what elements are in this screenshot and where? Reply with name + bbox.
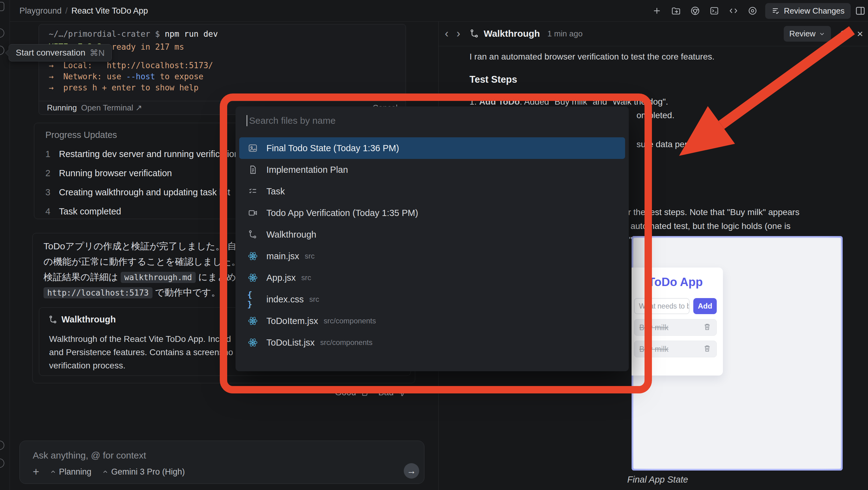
terminal-output-card: ~/…/primordial-crater $ npm run dev VITE… <box>39 24 406 115</box>
todo-app-page: ToDo App What needs to be done? Add Buy … <box>633 238 841 469</box>
file-search-result-row[interactable]: Walkthrough <box>239 224 625 245</box>
progress-item-number: 3 <box>45 187 52 197</box>
progress-item[interactable]: 1Restarting dev server and running verif… <box>45 149 239 159</box>
chevron-up-icon <box>102 468 108 475</box>
top-bar: Playground / React Vite ToDo App Review … <box>10 0 868 22</box>
progress-item-number: 2 <box>45 168 52 178</box>
chat-composer[interactable]: Ask anything, @ for context + Planning G… <box>20 440 425 484</box>
braces-icon: { } <box>247 294 258 305</box>
mode-label: Planning <box>59 467 91 477</box>
todo-item-text: Buy milk <box>639 323 668 332</box>
file-search-result-row[interactable]: Todo App Verification (Today 1:35 PM) <box>239 202 625 224</box>
external-link-icon: ↗ <box>135 103 142 112</box>
walkthrough-card-text: Walkthrough of the React Vite ToDo App. … <box>49 334 231 344</box>
review-label: Review <box>789 29 815 39</box>
file-search-result-row[interactable]: { }index.csssrc <box>239 289 625 310</box>
file-search-result-row[interactable]: ToDoList.jsxsrc/components <box>239 332 625 353</box>
browser-icon[interactable] <box>686 4 705 18</box>
trash-icon[interactable] <box>703 322 712 332</box>
progress-item-text: Task completed <box>59 206 121 217</box>
file-search-result-row[interactable]: Final Todo State (Today 1:36 PM) <box>239 137 625 159</box>
todo-app-title: ToDo App <box>634 275 717 289</box>
file-search-input[interactable]: Search files by name <box>247 115 336 126</box>
progress-item[interactable]: 2Running browser verification <box>45 168 172 178</box>
progress-item-text: Running browser verification <box>59 168 172 178</box>
todo-input[interactable]: What needs to be done? <box>634 298 690 314</box>
walkthrough-panel-header: ‹ › Walkthrough 1 min ago Review × <box>439 22 868 46</box>
progress-item[interactable]: 3Creating walkthrough and updating task … <box>45 187 230 197</box>
file-search-result-row[interactable]: main.jsxsrc <box>239 245 625 267</box>
open-terminal-link[interactable]: Open Terminal ↗ <box>81 103 142 112</box>
search-icon[interactable] <box>838 28 850 40</box>
strip-icon[interactable] <box>0 28 4 38</box>
thumbs-up-icon <box>360 388 369 397</box>
todo-add-button[interactable]: Add <box>693 298 717 314</box>
open-folder-icon[interactable] <box>666 4 686 18</box>
file-name: ToDoItem.jsx <box>267 316 318 326</box>
new-conversation-icon[interactable] <box>647 4 666 18</box>
model-label: Gemini 3 Pro (High) <box>111 467 185 477</box>
react-icon <box>247 315 258 326</box>
file-name: Todo App Verification (Today 1:35 PM) <box>267 208 418 218</box>
terminal-icon[interactable] <box>705 4 724 18</box>
review-dropdown[interactable]: Review <box>784 26 831 42</box>
breadcrumb: Playground / React Vite ToDo App <box>20 6 148 16</box>
file-search-result-row[interactable]: Task <box>239 181 625 202</box>
mode-selector[interactable]: Planning <box>50 467 91 477</box>
bad-label: Bad <box>378 388 394 397</box>
chevron-up-icon <box>50 468 57 475</box>
composer-placeholder[interactable]: Ask anything, @ for context <box>33 450 146 461</box>
strip-icon[interactable] <box>0 46 4 55</box>
toggle-panel-icon[interactable] <box>852 4 868 18</box>
forward-button[interactable]: › <box>457 27 460 40</box>
checklist-icon <box>247 186 258 197</box>
strip-icon[interactable] <box>0 2 4 11</box>
strip-icon[interactable] <box>0 440 4 450</box>
react-icon <box>247 251 258 262</box>
todo-item-row[interactable]: Buy milk <box>634 341 717 357</box>
good-label: Good <box>335 388 356 397</box>
model-selector[interactable]: Gemini 3 Pro (High) <box>102 467 185 477</box>
terminal-local-line: → Local: http://localhost:5173/ <box>49 61 213 70</box>
attach-icon[interactable]: + <box>33 466 39 477</box>
progress-item[interactable]: 4Task completed <box>45 206 121 217</box>
file-search-result-row[interactable]: Implementation Plan <box>239 159 625 181</box>
review-changes-button[interactable]: Review Changes <box>765 3 851 19</box>
test-step-1: 1. Add ToDo: Added "Buy milk" and "Walk … <box>469 97 668 107</box>
message-line: 検証結果の詳細は walkthrough.md にまとめまし <box>43 271 255 284</box>
inline-code-chip: http://localhost:5173 <box>43 287 153 298</box>
video-icon <box>247 207 258 219</box>
panel-title: Walkthrough <box>484 28 540 39</box>
document-icon <box>247 164 258 175</box>
progress-item-number: 1 <box>45 149 52 159</box>
file-path: src/components <box>320 338 372 347</box>
code-icon[interactable] <box>724 4 743 18</box>
walkthrough-intro: I ran an automated browser verification … <box>469 52 715 62</box>
walkthrough-icon <box>469 29 479 39</box>
bad-feedback-button[interactable]: Bad <box>378 388 407 397</box>
file-search-result-row[interactable]: ToDoItem.jsxsrc/components <box>239 310 625 332</box>
breadcrumb-root[interactable]: Playground <box>20 6 62 16</box>
test-step-2-fragment: ompleted. <box>637 110 675 120</box>
file-search-placeholder: Search files by name <box>249 116 336 126</box>
final-app-state-screenshot: ToDo App What needs to be done? Add Buy … <box>631 236 843 470</box>
text-caret <box>247 115 247 126</box>
react-icon <box>247 337 258 348</box>
terminal-help-line: → press h + enter to show help <box>49 83 198 92</box>
strip-icon[interactable] <box>0 459 4 468</box>
file-search-result-row[interactable]: App.jsxsrc <box>239 267 625 289</box>
checklist-icon <box>771 6 780 15</box>
good-feedback-button[interactable]: Good <box>335 388 369 397</box>
message-line: ToDoアプリの作成と検証が完了しました。 自動検 <box>43 240 255 253</box>
terminal-network-line: → Network: use --host to expose <box>49 72 204 81</box>
send-button[interactable]: → <box>404 463 419 479</box>
trash-icon[interactable] <box>703 344 712 354</box>
close-icon[interactable]: × <box>857 28 863 40</box>
message-line: の機能が正常に動作することを確認しました。 <box>43 256 241 268</box>
tooltip-shortcut: ⌘N <box>90 48 105 58</box>
eye-icon[interactable] <box>743 4 762 18</box>
file-path: src <box>309 295 319 304</box>
back-button[interactable]: ‹ <box>445 27 448 40</box>
app-window: Playground / React Vite ToDo App Review … <box>0 0 868 490</box>
todo-item-row[interactable]: Buy milk <box>634 319 717 336</box>
